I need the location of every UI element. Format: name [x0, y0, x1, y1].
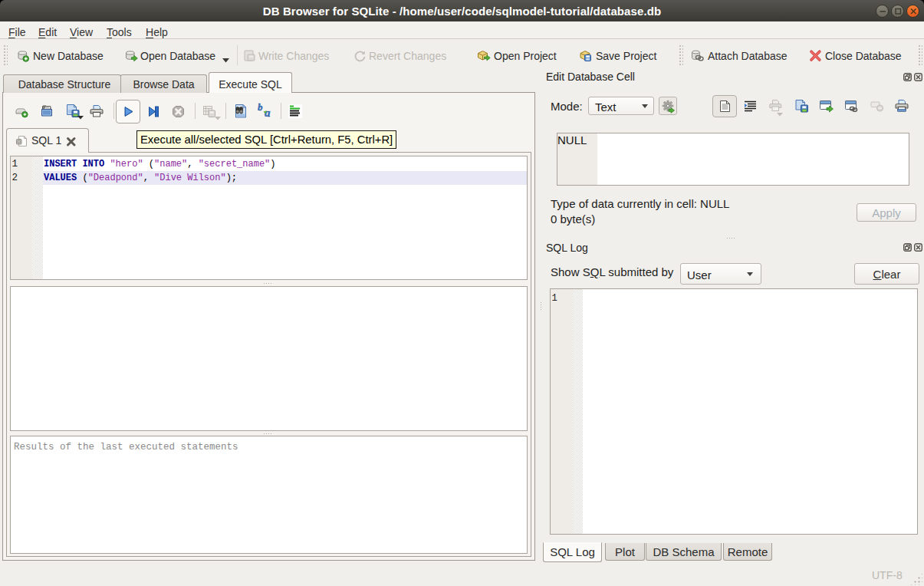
svg-text:b: b: [258, 102, 263, 113]
